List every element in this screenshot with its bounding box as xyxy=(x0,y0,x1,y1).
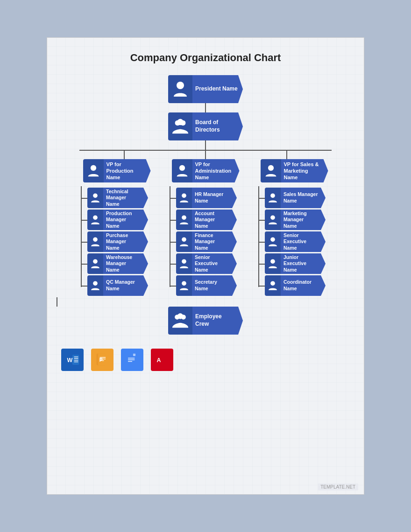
board-label: Board of Directors xyxy=(192,112,243,140)
word-icon[interactable]: W xyxy=(61,349,84,371)
svg-point-14 xyxy=(182,259,186,264)
svg-point-7 xyxy=(93,237,98,242)
sub-sales-mgr: Sales ManagerName xyxy=(258,188,339,208)
board-node: Board of Directors xyxy=(168,112,243,140)
production-subs: TechnicalManagerName ProductionManagerNa… xyxy=(72,186,161,297)
sub-technical: TechnicalManagerName xyxy=(81,188,161,208)
sub-qc: QC ManagerName xyxy=(81,275,161,296)
vp-admin-label: VP forAdministrationName xyxy=(192,159,240,182)
svg-point-8 xyxy=(93,259,98,264)
sub-junior-exec: JuniorExecutiveName xyxy=(258,253,339,274)
connector-board-hbar xyxy=(205,140,206,150)
svg-rect-26 xyxy=(72,355,79,364)
col-sales: VP for Sales &MarketingName Sales Manage… xyxy=(250,159,339,297)
h-connector-bar xyxy=(79,150,332,151)
svg-text:A: A xyxy=(156,357,161,364)
admin-subs: HR ManagerName AccountManagerName xyxy=(161,186,250,297)
employee-icon xyxy=(168,307,192,335)
svg-point-17 xyxy=(270,193,275,198)
vp-production-label: VP forProductionName xyxy=(104,159,151,182)
drop-center xyxy=(205,150,206,159)
board-icon xyxy=(168,112,192,140)
drop-right xyxy=(286,150,287,159)
svg-point-4 xyxy=(90,165,96,171)
president-node: President Name xyxy=(168,75,243,103)
vp-production-icon xyxy=(83,159,104,182)
svg-text:W: W xyxy=(67,357,72,364)
chart-title: Company Organizational Chart xyxy=(130,52,281,64)
sub-production: ProductionManagerName xyxy=(81,210,161,230)
svg-point-15 xyxy=(182,281,186,286)
sub-purchase: PurchaseManagerName xyxy=(81,231,161,252)
president-label: President Name xyxy=(192,75,243,103)
president-icon xyxy=(168,75,192,103)
svg-point-3 xyxy=(177,119,183,125)
svg-point-12 xyxy=(182,215,186,220)
col-admin: VP forAdministrationName HR ManagerName xyxy=(161,159,250,297)
svg-point-20 xyxy=(270,259,275,264)
pages-icon[interactable]: P xyxy=(91,349,113,371)
svg-point-6 xyxy=(93,215,98,220)
sub-secretary: SecretaryName xyxy=(170,275,250,296)
sub-senior-exec-sales: SeniorExecutiveName xyxy=(258,231,339,252)
sub-coordinator: CoordinatorName xyxy=(258,275,339,296)
employee-node: Employee Crew xyxy=(168,307,243,335)
docs-icon[interactable] xyxy=(121,349,143,371)
col-production: VP forProductionName TechnicalManagerNam… xyxy=(72,159,161,297)
svg-point-13 xyxy=(182,237,186,242)
vp-sales-node: VP for Sales &MarketingName xyxy=(261,159,328,182)
page: Company Organizational Chart President N… xyxy=(47,37,364,495)
svg-point-19 xyxy=(270,237,275,242)
svg-point-0 xyxy=(177,82,184,89)
svg-text:P: P xyxy=(99,357,103,363)
vp-sales-label: VP for Sales &MarketingName xyxy=(281,159,328,182)
svg-point-18 xyxy=(270,215,275,220)
connector-pres-board xyxy=(205,103,206,112)
svg-point-24 xyxy=(177,313,183,319)
svg-point-11 xyxy=(182,193,186,198)
svg-point-5 xyxy=(93,193,98,198)
drop-left xyxy=(124,150,125,159)
three-vp-columns: VP forProductionName TechnicalManagerNam… xyxy=(72,159,339,297)
svg-rect-40 xyxy=(133,354,135,356)
sub-account: AccountManagerName xyxy=(170,210,250,230)
svg-point-21 xyxy=(270,281,275,286)
top-section: President Name Board of xyxy=(57,75,354,335)
vp-production-node: VP forProductionName xyxy=(83,159,151,182)
sub-finance: FinanceManagerName xyxy=(170,231,250,252)
vp-admin-icon xyxy=(172,159,192,182)
sub-hr: HR ManagerName xyxy=(170,188,250,208)
sub-warehouse: WarehouseManagerName xyxy=(81,253,161,274)
sub-marketing-mgr: MarketingManagerName xyxy=(258,210,339,230)
pdf-icon[interactable]: A xyxy=(151,349,173,371)
svg-point-10 xyxy=(179,165,184,171)
svg-point-9 xyxy=(93,281,98,286)
sales-subs: Sales ManagerName MarketingManagerName xyxy=(250,186,339,297)
watermark: TEMPLATE.NET xyxy=(318,483,358,490)
connector-to-employee xyxy=(57,297,57,307)
vp-sales-icon xyxy=(261,159,281,182)
vp-admin-node: VP forAdministrationName xyxy=(172,159,240,182)
employee-label: Employee Crew xyxy=(192,307,243,335)
footer-icons: W P xyxy=(57,349,173,371)
svg-point-16 xyxy=(268,165,273,171)
sub-senior-exec-admin: SeniorExecutiveName xyxy=(170,253,250,274)
